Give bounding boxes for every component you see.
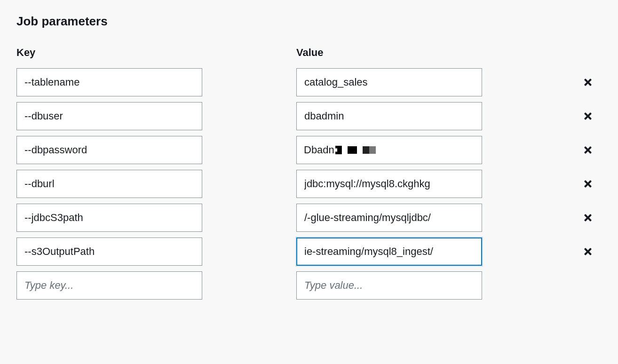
new-parameter-value-input[interactable] xyxy=(296,271,482,300)
parameter-row xyxy=(16,68,602,96)
parameter-row xyxy=(16,102,602,130)
parameter-key-input[interactable] xyxy=(16,204,202,232)
parameter-key-input[interactable] xyxy=(16,136,202,164)
parameter-value-input[interactable] xyxy=(296,204,482,232)
close-icon xyxy=(583,145,593,155)
delete-parameter-button[interactable] xyxy=(576,209,600,227)
parameter-value-input[interactable] xyxy=(296,136,482,164)
close-icon xyxy=(583,213,593,223)
delete-parameter-button[interactable] xyxy=(576,107,600,125)
key-column-header: Key xyxy=(16,47,202,59)
delete-parameter-button[interactable] xyxy=(576,243,600,261)
parameter-key-input[interactable] xyxy=(16,68,202,96)
close-icon xyxy=(583,111,593,121)
delete-parameter-button[interactable] xyxy=(576,141,600,159)
parameter-value-input[interactable] xyxy=(296,68,482,96)
parameter-value-input[interactable] xyxy=(296,170,482,198)
close-icon xyxy=(583,77,593,87)
header-row: Key Value xyxy=(16,47,602,64)
value-column-header: Value xyxy=(296,47,482,59)
parameter-row: Dbadn xyxy=(16,136,602,164)
delete-parameter-button[interactable] xyxy=(576,175,600,193)
parameter-key-input[interactable] xyxy=(16,237,202,266)
parameter-key-input[interactable] xyxy=(16,170,202,198)
parameter-row-new xyxy=(16,271,602,300)
close-icon xyxy=(583,246,593,257)
parameter-row xyxy=(16,204,602,232)
parameter-row xyxy=(16,170,602,198)
close-icon xyxy=(583,179,593,189)
delete-parameter-button[interactable] xyxy=(576,73,600,91)
parameter-row xyxy=(16,237,602,266)
parameter-value-input[interactable] xyxy=(296,102,482,130)
parameter-key-input[interactable] xyxy=(16,102,202,130)
new-parameter-key-input[interactable] xyxy=(16,271,202,300)
parameter-value-input[interactable] xyxy=(296,237,482,266)
section-title: Job parameters xyxy=(16,14,602,29)
